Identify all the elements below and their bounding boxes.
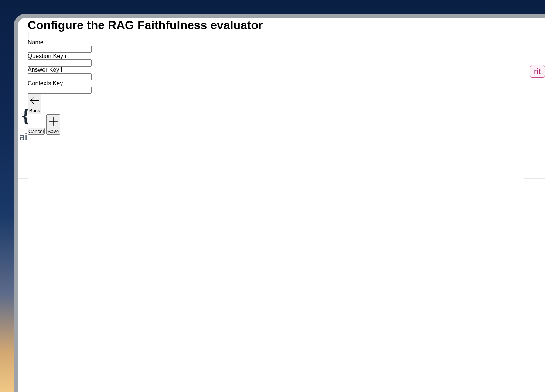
question-key-input[interactable] [28, 59, 92, 67]
name-input[interactable] [28, 46, 92, 53]
close-button[interactable] [28, 32, 29, 39]
question-key-field-group: Question Key i [28, 53, 524, 67]
name-field-group: Name [28, 39, 524, 53]
modal-header: Configure the RAG Faithfulness evaluator [28, 18, 524, 39]
contexts-key-label: Contexts Key [28, 80, 63, 86]
answer-key-label: Answer Key [28, 67, 59, 73]
answer-key-label-row: Answer Key i [28, 67, 524, 73]
modal-footer: Back Cancel Save [28, 94, 524, 135]
answer-key-input[interactable] [28, 73, 92, 80]
back-button-label: Back [29, 108, 40, 113]
question-key-label: Question Key [28, 53, 63, 59]
modal-title: Configure the RAG Faithfulness evaluator [28, 18, 524, 32]
save-button-label: Save [48, 129, 59, 134]
name-label-row: Name [28, 39, 524, 46]
contexts-key-input[interactable] [28, 87, 92, 94]
save-button[interactable]: Save [46, 114, 60, 135]
answer-key-field-group: Answer Key i [28, 67, 524, 80]
configure-evaluator-modal: Configure the RAG Faithfulness evaluator… [28, 18, 524, 371]
cancel-button-label: Cancel [28, 129, 44, 134]
arrow-left-icon [28, 95, 41, 107]
footer-right-buttons: Cancel Save [28, 114, 524, 135]
plus-icon [47, 115, 59, 127]
modal-overlay: Configure the RAG Faithfulness evaluator… [0, 0, 545, 392]
cancel-button[interactable]: Cancel [28, 128, 45, 135]
contexts-key-field-group: Contexts Key i [28, 80, 524, 94]
info-icon[interactable]: i [65, 53, 67, 59]
question-key-label-row: Question Key i [28, 53, 524, 59]
back-button[interactable]: Back [28, 94, 41, 114]
info-icon[interactable]: i [65, 80, 66, 86]
info-icon[interactable]: i [61, 67, 62, 73]
contexts-key-label-row: Contexts Key i [28, 80, 524, 87]
name-label: Name [28, 39, 44, 45]
form-body: Name Question Key i Answer Key i [28, 39, 524, 94]
